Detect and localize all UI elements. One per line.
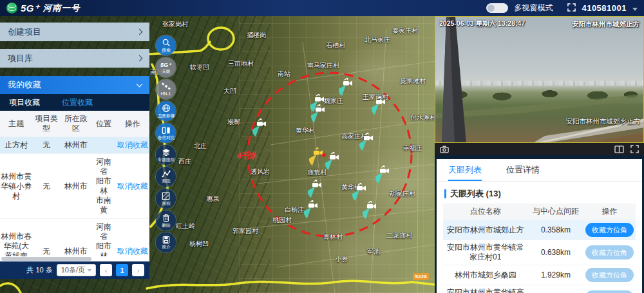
map-tool-measure-distance-button[interactable]: 测距 — [156, 167, 176, 187]
camera-name: 林州市城郊乡桑园 — [443, 268, 528, 283]
app-title: 河南一号 — [43, 3, 80, 14]
map-tool-thematic-layers-button[interactable]: 专题图层 — [156, 145, 176, 165]
project-library-panel[interactable]: 项目库 — [0, 49, 149, 68]
tab-location-detail[interactable]: 位置详情 — [506, 164, 540, 181]
favorites-table-row[interactable]: 止方村无林州市取消收藏 — [0, 137, 149, 154]
camera-marker[interactable] — [336, 78, 355, 97]
camera-name: 安阳市林州市黄华镇高家庄村 — [443, 285, 528, 293]
map-place-label: 张家岗村 — [162, 20, 188, 29]
tab-project-favorites[interactable]: 项目收藏 — [9, 97, 40, 108]
video-control-bar — [435, 143, 644, 155]
split-screen-icon[interactable] — [614, 146, 624, 153]
map-place-label: 胡家庄村 — [390, 189, 415, 198]
favorite-azimuth-button[interactable]: 收藏方位角 — [585, 245, 634, 260]
map-tool-measure-area-button[interactable]: 面积 — [156, 189, 176, 209]
center-point-dot — [322, 153, 326, 157]
page-number-button[interactable]: 1 — [116, 264, 128, 276]
map-tool-satellite-imagery-button[interactable]: 卫星影像 — [156, 101, 176, 121]
unfavorite-link[interactable]: 取消收藏 — [117, 182, 148, 191]
map-tool-sky-eye-button[interactable]: 5G⁺天眼 — [156, 57, 176, 77]
search-icon — [162, 38, 171, 47]
cell: 河南省 阳市林 市大黄 — [91, 219, 115, 256]
map-tool-introduction-button[interactable]: 简介 — [156, 232, 176, 252]
create-project-label: 创建项目 — [8, 26, 41, 38]
camera-marker[interactable] — [349, 183, 368, 202]
ruler-icon — [162, 170, 171, 178]
camera-marker[interactable] — [368, 97, 388, 116]
map-tool-hn1-satellite-button[interactable]: HN-1 — [156, 79, 176, 99]
fullscreen-icon[interactable] — [567, 3, 576, 14]
map-tool-delete-button[interactable]: 删除 — [156, 211, 176, 231]
multiview-toggle[interactable] — [486, 3, 508, 13]
tool-label: 面积 — [162, 201, 171, 205]
sky-eye-row[interactable]: 安阳市林州市黄华镇常家庄村010.638km收藏方位角 — [443, 240, 636, 265]
camera-marker[interactable] — [372, 165, 392, 185]
favorites-table-header: 主题项目类型所在政区位置操作 — [0, 111, 149, 137]
cell — [91, 142, 115, 149]
live-video-feed[interactable]: 2025-06-03 星期六 13:28:47 安阳市林州市城郊止方 安阳市林州… — [435, 16, 644, 143]
cell: 无 — [33, 243, 61, 257]
tool-label: 卷帘对比 — [157, 135, 175, 140]
sky-eye-tabs: 天眼列表 位置详情 — [437, 159, 642, 182]
camera-marker[interactable] — [305, 180, 324, 199]
favorite-azimuth-button[interactable]: 收藏方位角 — [585, 223, 634, 237]
tool-label: 专题图层 — [157, 157, 175, 162]
right-column: 2025-06-03 星期六 13:28:47 安阳市林州市城郊止方 安阳市林州… — [435, 16, 644, 293]
map-place-label: 惠泉 — [207, 194, 220, 203]
map-tool-search-button[interactable]: 搜索 — [156, 35, 176, 55]
globe-icon — [162, 104, 171, 113]
column-header: 与中心点间距 — [528, 206, 584, 217]
page-size-select[interactable]: 10条/页 — [57, 264, 96, 276]
tab-location-favorites[interactable]: 位置收藏 — [62, 97, 93, 108]
camera-marker[interactable] — [359, 201, 379, 220]
horizontal-scrollbar[interactable] — [0, 256, 149, 261]
globe-logo-icon — [6, 3, 17, 14]
tab-sky-eye-list[interactable]: 天眼列表 — [448, 164, 482, 181]
prev-page-button[interactable]: ‹ — [100, 264, 112, 276]
fiveg-icon: 5G⁺ — [160, 61, 173, 68]
station-dropdown-caret-icon[interactable] — [632, 8, 638, 11]
cell-action: 收藏方位角 — [583, 265, 636, 285]
map-tool-swipe-compare-button[interactable]: 卷帘对比 — [156, 123, 176, 143]
station-id[interactable]: 410581001 — [582, 3, 627, 13]
favorite-azimuth-button[interactable]: 收藏方位角 — [585, 290, 634, 293]
scrollbar-thumb[interactable] — [1, 257, 91, 261]
map-place-label: 杨树凹 — [189, 240, 209, 249]
sky-eye-row[interactable]: 林州市城郊乡桑园1.929km收藏方位角 — [443, 265, 636, 285]
column-header: 位置 — [91, 116, 115, 132]
map-place-label: 二龙庙村 — [386, 231, 412, 240]
cell-action: 收藏方位角 — [583, 220, 636, 240]
camera-marker[interactable] — [249, 118, 269, 138]
map-place-label: 石槽村 — [326, 41, 345, 50]
tool-label: 测距 — [162, 179, 171, 184]
project-library-label: 项目库 — [8, 53, 33, 64]
camera-marker[interactable] — [301, 200, 320, 220]
camera-marker[interactable] — [308, 104, 327, 124]
cell: 河南省 阳市林 市南黄 — [91, 154, 115, 218]
sky-eye-row[interactable]: 安阳市林州市黄华镇高家庄村1.985km收藏方位角 — [443, 285, 636, 293]
map-place-label: 青林村 — [323, 232, 343, 241]
camera-marker[interactable] — [356, 133, 375, 152]
page-size-value: 10条/页 — [61, 265, 85, 275]
video-fullscreen-icon[interactable] — [630, 145, 639, 153]
cell: 林州市黄华镇小券村 — [0, 169, 33, 204]
favorite-azimuth-button[interactable]: 收藏方位角 — [585, 268, 634, 282]
sky-eye-table: 点位名称与中心点间距操作安阳市林州市城郊止方0.358km收藏方位角安阳市林州市… — [443, 203, 636, 293]
distance-value: 0.358km — [528, 225, 584, 234]
chevron-right-icon — [137, 29, 143, 35]
favorites-table-row[interactable]: 林州市春华苑(大黄线南300米)无林州市河南省 阳市林 市大黄取消收藏 — [0, 219, 149, 256]
next-page-button[interactable]: › — [132, 264, 144, 276]
unfavorite-link[interactable]: 取消收藏 — [117, 247, 148, 256]
map-place-label: 堠郸 — [227, 118, 240, 127]
map-place-label: 庞家滩村 — [400, 77, 426, 86]
unfavorite-link[interactable]: 取消收藏 — [117, 140, 148, 149]
cell: 林州市 — [61, 178, 92, 194]
favorites-panel-header[interactable]: 我的收藏 — [0, 76, 149, 94]
snapshot-camera-icon[interactable] — [440, 146, 449, 153]
toggle-knob — [488, 5, 495, 12]
chevron-right-icon — [137, 55, 143, 62]
create-project-panel[interactable]: 创建项目 — [0, 23, 149, 41]
sky-eye-row[interactable]: 安阳市林州市城郊止方0.358km收藏方位角 — [443, 220, 636, 240]
favorites-table-row[interactable]: 林州市黄华镇小券村无林州市河南省 阳市林 市南黄取消收藏 — [0, 154, 149, 219]
tool-label: 删除 — [162, 223, 171, 227]
